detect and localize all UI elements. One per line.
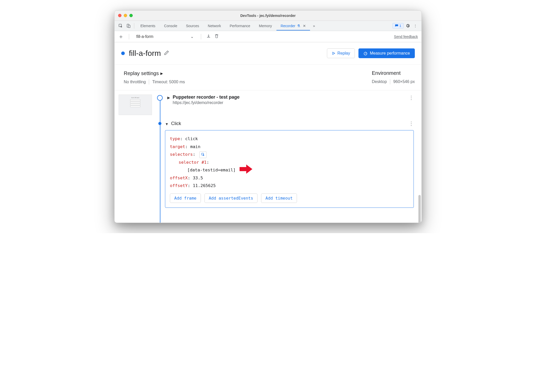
- step-label: Click: [171, 121, 181, 126]
- env-device: Desktop: [372, 79, 387, 84]
- kebab-menu-icon[interactable]: ⋮: [412, 22, 419, 29]
- chevron-down-icon: ⌄: [190, 34, 194, 39]
- page-thumbnail[interactable]: form fill test: [119, 95, 152, 115]
- step-menu-icon[interactable]: ⋮: [409, 95, 414, 101]
- pick-selector-icon[interactable]: [199, 151, 207, 158]
- device-toolbar-icon[interactable]: [125, 22, 132, 29]
- settings-row: Replay settings ▸ No throttling Timeout:…: [115, 65, 421, 90]
- devtools-tabbar: Elements Console Sources Network Perform…: [115, 21, 421, 31]
- tab-elements[interactable]: Elements: [136, 21, 159, 30]
- recording-header: fill-a-form Replay Measure performance: [115, 42, 421, 65]
- download-icon[interactable]: [206, 34, 211, 39]
- tab-recorder[interactable]: Recorder ⚗ ✕: [276, 21, 310, 30]
- step-menu-icon[interactable]: ⋮: [409, 120, 414, 127]
- titlebar: DevTools - jec.fyi/demo/recorder: [115, 11, 421, 21]
- svg-point-3: [364, 52, 367, 55]
- flask-icon: ⚗: [297, 24, 300, 28]
- environment-title: Environment: [372, 70, 415, 76]
- tab-console[interactable]: Console: [160, 21, 181, 30]
- edit-title-icon[interactable]: [164, 50, 169, 56]
- throttling-value: No throttling: [124, 80, 146, 84]
- add-asserted-events-button[interactable]: Add assertedEvents: [204, 193, 257, 203]
- expand-caret-icon[interactable]: ▶: [167, 96, 170, 100]
- steps-content: form fill test ▶ Puppeteer recorder - te…: [115, 90, 421, 223]
- recording-selector[interactable]: fill-a-form ⌄: [134, 33, 196, 40]
- tab-memory[interactable]: Memory: [255, 21, 276, 30]
- close-tab-icon[interactable]: ✕: [303, 24, 306, 28]
- step-title: Puppeteer recorder - test page: [173, 95, 240, 100]
- add-timeout-button[interactable]: Add timeout: [261, 193, 297, 203]
- replay-button[interactable]: Replay: [327, 48, 355, 58]
- svg-rect-2: [128, 25, 130, 28]
- timeline-marker: [158, 122, 161, 125]
- scrollbar[interactable]: [418, 195, 421, 223]
- window-title: DevTools - jec.fyi/demo/recorder: [115, 14, 421, 18]
- measure-performance-button[interactable]: Measure performance: [358, 48, 415, 58]
- collapse-caret-icon[interactable]: ▼: [165, 122, 169, 126]
- steps-timeline: ▶ Puppeteer recorder - test page https:/…: [157, 95, 421, 223]
- tab-performance[interactable]: Performance: [225, 21, 254, 30]
- selector-value[interactable]: [data-testid=email]: [187, 168, 236, 172]
- settings-gear-icon[interactable]: [404, 22, 411, 29]
- step-details: type: click target: main selectors: sele…: [165, 130, 414, 208]
- recording-title: fill-a-form: [129, 49, 161, 58]
- new-recording-button[interactable]: ＋: [118, 33, 124, 40]
- step-click: ▼ Click ⋮ type: click target: main selec…: [157, 120, 421, 208]
- tab-sources[interactable]: Sources: [182, 21, 203, 30]
- send-feedback-link[interactable]: Send feedback: [394, 35, 418, 39]
- caret-right-icon: ▸: [160, 70, 163, 76]
- recorder-toolbar: ＋ fill-a-form ⌄ Send feedback: [115, 31, 421, 42]
- more-tabs-icon[interactable]: »: [311, 22, 318, 29]
- delete-icon[interactable]: [214, 34, 219, 39]
- env-size: 960×546 px: [393, 79, 415, 84]
- replay-settings-toggle[interactable]: Replay settings ▸: [124, 70, 185, 76]
- step-url: https://jec.fyi/demo/recorder: [173, 100, 240, 105]
- inspect-icon[interactable]: [117, 22, 124, 29]
- step-root: ▶ Puppeteer recorder - test page https:/…: [157, 95, 421, 105]
- add-frame-button[interactable]: Add frame: [170, 193, 201, 203]
- recording-status-dot: [121, 51, 125, 55]
- timeline-marker: [157, 95, 163, 101]
- tab-network[interactable]: Network: [204, 21, 225, 30]
- issues-badge[interactable]: 1: [393, 23, 404, 28]
- timeout-value: Timeout: 5000 ms: [152, 80, 185, 84]
- devtools-window: DevTools - jec.fyi/demo/recorder Element…: [114, 10, 422, 223]
